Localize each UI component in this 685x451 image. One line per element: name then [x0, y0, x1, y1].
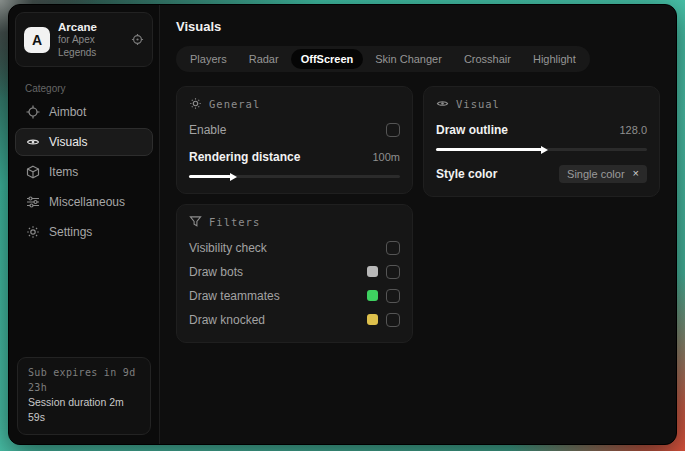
- clear-icon[interactable]: ×: [633, 168, 639, 179]
- draw-knocked-checkbox[interactable]: [386, 313, 400, 327]
- sidebar-nav: Aimbot Visuals Items: [9, 98, 159, 246]
- rendering-distance-value: 100m: [372, 151, 400, 163]
- sidebar-item-label: Miscellaneous: [49, 195, 125, 209]
- visibility-check-checkbox[interactable]: [386, 241, 400, 255]
- crosshair-icon: [26, 105, 40, 119]
- sliders-icon: [26, 195, 40, 209]
- sidebar-item-items[interactable]: Items: [15, 158, 153, 186]
- rendering-distance-label: Rendering distance: [189, 150, 372, 164]
- enable-checkbox[interactable]: [386, 123, 400, 137]
- draw-bots-color-swatch[interactable]: [367, 266, 378, 277]
- sidebar-item-label: Settings: [49, 225, 92, 239]
- tab-crosshair[interactable]: Crosshair: [454, 49, 521, 69]
- draw-bots-checkbox[interactable]: [386, 265, 400, 279]
- app-name: Arcane: [58, 20, 123, 34]
- style-color-select[interactable]: Single color ×: [559, 165, 647, 183]
- tab-radar[interactable]: Radar: [239, 49, 289, 69]
- pin-icon[interactable]: [131, 33, 144, 46]
- tab-highlight[interactable]: Highlight: [523, 49, 586, 69]
- slider-fill: [189, 175, 231, 178]
- app-logo: A: [24, 27, 50, 53]
- session-duration-text: Session duration 2m 59s: [28, 395, 140, 427]
- draw-teammates-color-swatch[interactable]: [367, 290, 378, 301]
- general-panel: General Enable Rendering distance 100m: [176, 86, 413, 194]
- visibility-check-label: Visibility check: [189, 241, 386, 255]
- draw-bots-label: Draw bots: [189, 265, 367, 279]
- draw-teammates-label: Draw teammates: [189, 289, 367, 303]
- sub-expires-text: Sub expires in 9d 23h: [28, 365, 140, 395]
- sun-gear-icon: [189, 97, 202, 110]
- session-card: Sub expires in 9d 23h Session duration 2…: [17, 357, 151, 436]
- sidebar-item-label: Aimbot: [49, 105, 86, 119]
- tab-offscreen[interactable]: OffScreen: [291, 49, 364, 69]
- category-label: Category: [25, 83, 159, 94]
- style-color-label: Style color: [436, 167, 559, 181]
- slider-fill: [436, 148, 542, 151]
- app-subtitle: for Apex Legends: [58, 34, 123, 59]
- sidebar: A Arcane for Apex Legends Category: [9, 5, 160, 444]
- tab-bar: Players Radar OffScreen Skin Changer Cro…: [176, 46, 590, 72]
- sidebar-item-miscellaneous[interactable]: Miscellaneous: [15, 188, 153, 216]
- enable-label: Enable: [189, 123, 386, 137]
- sidebar-item-aimbot[interactable]: Aimbot: [15, 98, 153, 126]
- draw-outline-value: 128.0: [619, 124, 647, 136]
- tab-players[interactable]: Players: [180, 49, 237, 69]
- main-area: Visuals Players Radar OffScreen Skin Cha…: [160, 5, 676, 444]
- app-window: A Arcane for Apex Legends Category: [8, 4, 677, 445]
- rendering-distance-slider[interactable]: [189, 171, 400, 181]
- visual-panel-title: Visual: [456, 98, 500, 110]
- sidebar-item-settings[interactable]: Settings: [15, 218, 153, 246]
- logo-card: A Arcane for Apex Legends: [15, 12, 153, 67]
- filters-panel: Filters Visibility check Draw bots Draw …: [176, 204, 413, 343]
- draw-knocked-label: Draw knocked: [189, 313, 367, 327]
- draw-knocked-color-swatch[interactable]: [367, 314, 378, 325]
- funnel-icon: [189, 215, 202, 228]
- eye-icon: [436, 97, 449, 110]
- tab-skin-changer[interactable]: Skin Changer: [365, 49, 452, 69]
- visual-panel: Visual Draw outline 128.0 Style color Si…: [423, 86, 660, 197]
- draw-outline-label: Draw outline: [436, 123, 619, 137]
- gear-icon: [26, 225, 40, 239]
- sidebar-item-label: Items: [49, 165, 78, 179]
- sidebar-item-label: Visuals: [49, 135, 87, 149]
- cube-icon: [26, 165, 40, 179]
- filters-panel-title: Filters: [209, 216, 260, 228]
- sidebar-item-visuals[interactable]: Visuals: [15, 128, 153, 156]
- style-color-selected-value: Single color: [567, 168, 624, 180]
- draw-outline-slider[interactable]: [436, 144, 647, 154]
- page-title: Visuals: [176, 19, 660, 34]
- eye-scan-icon: [26, 135, 40, 149]
- general-panel-title: General: [209, 98, 260, 110]
- draw-teammates-checkbox[interactable]: [386, 289, 400, 303]
